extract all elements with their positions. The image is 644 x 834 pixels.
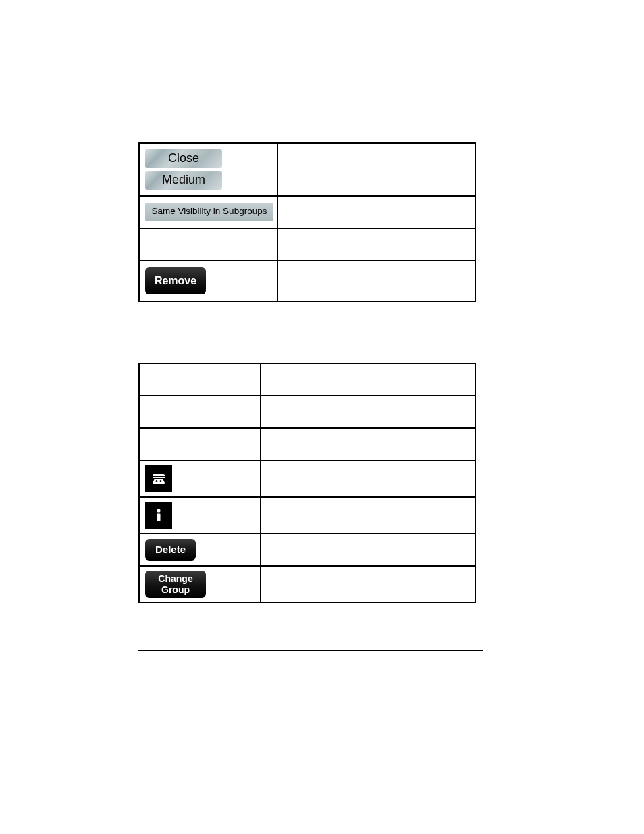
close-button[interactable]: Close xyxy=(145,149,222,168)
rule-bottom xyxy=(138,650,483,651)
cell-desc xyxy=(277,261,475,301)
table-visibility-controls: Close Medium Same Visibility in Subgroup… xyxy=(138,142,476,302)
change-group-line1: Change xyxy=(158,573,192,584)
cell-empty xyxy=(139,228,277,261)
cell-desc xyxy=(277,143,475,196)
cell-desc xyxy=(277,196,475,228)
change-group-line2: Group xyxy=(161,584,190,595)
info-icon[interactable] xyxy=(145,502,172,529)
svg-rect-1 xyxy=(157,514,161,521)
table-contact-controls: Delete Change Group xyxy=(138,363,476,603)
remove-button[interactable]: Remove xyxy=(145,267,206,294)
cell-desc xyxy=(261,461,475,497)
cell-empty xyxy=(139,363,261,396)
delete-button[interactable]: Delete xyxy=(145,539,196,561)
cell-desc xyxy=(261,533,475,566)
change-group-button[interactable]: Change Group xyxy=(145,571,206,598)
medium-button[interactable]: Medium xyxy=(145,171,222,190)
cell-desc xyxy=(261,497,475,533)
svg-point-0 xyxy=(157,509,160,512)
cell-desc xyxy=(261,428,475,461)
phone-icon[interactable] xyxy=(145,465,172,492)
cell-desc xyxy=(261,396,475,428)
cell-desc xyxy=(261,363,475,396)
cell-empty xyxy=(139,428,261,461)
same-visibility-button[interactable]: Same Visibility in Subgroups xyxy=(145,203,273,221)
cell-empty xyxy=(139,396,261,428)
cell-desc xyxy=(277,228,475,261)
cell-desc xyxy=(261,566,475,602)
